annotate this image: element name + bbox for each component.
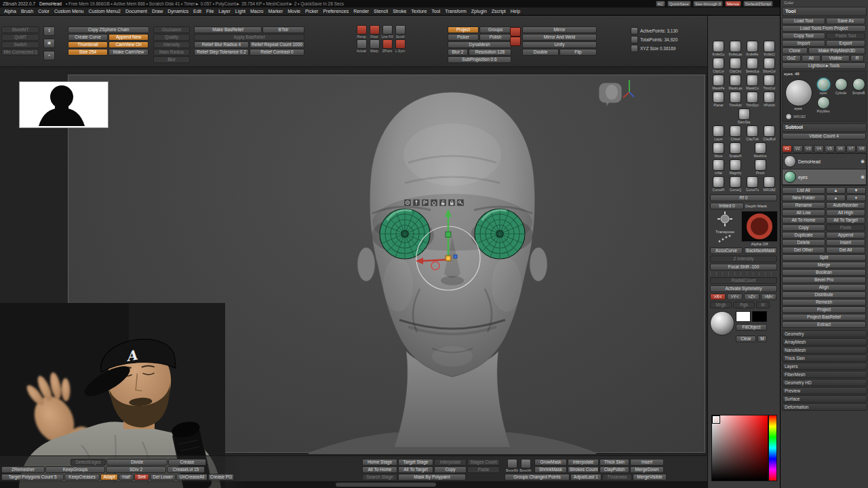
shelf-button[interactable]: StoreMT <box>1 26 39 33</box>
brush-icon-cell[interactable]: Inflat <box>710 159 727 175</box>
focal-shift-slider[interactable]: Focal Shift -100 <box>710 264 777 270</box>
menu-item[interactable]: File <box>206 9 214 14</box>
color-palette-header[interactable]: Color <box>782 1 867 7</box>
transpose-gizmo[interactable] <box>377 194 519 302</box>
bottom-button[interactable]: Crease <box>168 459 206 466</box>
activate-symmetry-button[interactable]: Activate Symmetry <box>710 285 777 292</box>
subtool-version-tab[interactable]: V3 <box>804 145 814 152</box>
symmetry-axis-button[interactable]: >Y< <box>727 293 743 300</box>
bottom-button[interactable]: Copy <box>434 466 467 473</box>
main-color-swatch[interactable] <box>736 311 751 322</box>
shelf-button[interactable]: Flip <box>559 49 597 56</box>
menu-item[interactable]: Help <box>511 9 520 14</box>
shelf-toggle-icon[interactable]: Persp <box>355 25 368 39</box>
hue-bar[interactable] <box>768 415 777 481</box>
paint-mode-button[interactable]: Rgb <box>733 302 755 308</box>
symmetry-axis-button[interactable]: >M< <box>761 293 776 300</box>
subtool-button[interactable]: ▼ <box>846 187 866 194</box>
subtool-button[interactable]: List All <box>782 187 825 194</box>
shelf-button[interactable]: Groups <box>479 26 511 33</box>
bottom-button[interactable]: Target Polygons Count 5 <box>1 474 64 481</box>
subtool-button[interactable]: Del All <box>826 247 865 253</box>
tool-button[interactable]: All <box>802 55 821 62</box>
tool-button[interactable]: Export <box>826 40 865 47</box>
menu-item[interactable]: Custom Menu <box>54 9 84 14</box>
current-tool-thumbnail[interactable] <box>785 79 812 106</box>
subtool-button[interactable]: Boolean <box>782 269 866 276</box>
tool-palette-header[interactable]: Tool <box>782 7 867 16</box>
bottom-button[interactable]: Del Lower <box>150 474 176 481</box>
titlebar-button[interactable]: QuickSave <box>667 1 691 7</box>
menu-item[interactable]: Picker <box>305 9 318 14</box>
tool-button[interactable]: Load Tools From Project <box>782 25 866 32</box>
menu-item[interactable]: Dynamics <box>167 9 189 14</box>
shelf-toggle-icon[interactable]: Floor <box>368 25 380 39</box>
shelf-button[interactable]: Thumbnail <box>68 41 108 48</box>
menu-item[interactable]: Draw <box>152 9 163 14</box>
dots-stroke-icon[interactable] <box>717 234 732 243</box>
subtool-header[interactable]: Subtool <box>782 123 867 132</box>
bottom-button[interactable]: Half <box>119 474 134 481</box>
shelf-button[interactable]: SubProjection 0.6 <box>448 56 511 63</box>
tool-button[interactable]: Import <box>782 40 825 47</box>
zoom-icon[interactable]: + <box>43 51 55 60</box>
rf-slider[interactable]: Rf 0 <box>710 195 777 201</box>
bevel-icon[interactable]: BevelAr <box>519 459 532 472</box>
subtool-button[interactable]: All High <box>826 209 865 216</box>
points-icon[interactable] <box>631 27 638 35</box>
tool-button[interactable]: Lightbox►Tools <box>782 62 866 69</box>
tool-subpalette-header[interactable]: Deformation <box>782 403 867 411</box>
subtool-button[interactable]: Project <box>782 306 866 313</box>
shelf-button[interactable]: Size 254 <box>68 49 108 56</box>
mirror-icon[interactable] <box>510 37 521 46</box>
tool-button[interactable]: Make PolyMesh3D <box>808 47 865 54</box>
subtool-button[interactable]: Bevel Pro <box>782 277 866 283</box>
subtool-button[interactable]: Split <box>782 254 866 261</box>
shelf-toggle-icon[interactable]: Scroll <box>394 25 406 39</box>
shelf-button[interactable]: Copy ZSphere Chain <box>68 26 149 33</box>
tool-thumbnail[interactable]: PolyMes <box>815 96 831 113</box>
brush-icon-cell[interactable]: KnifeRe <box>744 41 761 56</box>
brush-icon-cell[interactable]: Chisel <box>727 125 744 141</box>
brush-icon-cell[interactable]: Magnify <box>727 159 744 175</box>
shelf-toggle-icon[interactable]: ZPoint <box>381 39 393 53</box>
subtool-button[interactable]: Copy <box>782 224 825 231</box>
shelf-button[interactable]: CamView On <box>108 41 149 48</box>
subtool-button[interactable]: Duplicate <box>782 232 825 239</box>
subtool-button[interactable]: Append <box>826 232 865 239</box>
brush-icon-cell[interactable]: SnakeH <box>727 142 744 158</box>
z-intensity-slider[interactable]: Z Intensity <box>710 256 777 262</box>
subtool-version-tab[interactable]: V5 <box>825 145 835 152</box>
bottom-button[interactable]: KeepGroups <box>45 466 105 473</box>
secondary-color-swatch[interactable] <box>752 311 767 322</box>
bottom-button[interactable]: Strokes Count <box>568 466 599 473</box>
bottom-button[interactable]: Insert <box>630 459 664 466</box>
tool-subpalette-header[interactable]: Surface <box>782 395 867 403</box>
shelf-button[interactable]: Switch <box>1 41 39 48</box>
bottom-button[interactable]: All To Target <box>398 466 433 473</box>
bottom-button[interactable]: Home Stage <box>362 459 397 466</box>
subtool-button[interactable]: Extract <box>782 321 866 328</box>
bottom-button[interactable]: Interpolate <box>434 459 467 466</box>
tool-button[interactable]: Load Tool <box>782 18 825 24</box>
shelf-button[interactable]: Project <box>448 26 479 33</box>
menu-item[interactable]: Document <box>125 9 147 14</box>
points-icon[interactable] <box>631 36 638 43</box>
menu-item[interactable]: Macro <box>250 9 263 14</box>
subtool-version-tab[interactable]: V4 <box>814 145 824 152</box>
shelf-button[interactable]: Append New <box>108 34 149 41</box>
menu-item[interactable]: Zscript <box>492 9 506 14</box>
bottom-button[interactable]: Divide <box>106 459 167 466</box>
subtool-row-selected[interactable]: eyes ◉ <box>783 169 866 185</box>
shelf-button[interactable]: QuMT <box>1 34 39 41</box>
shelf-button[interactable]: Min Connected 1 <box>1 49 39 56</box>
shelf-toggle-icon[interactable]: Line Fill <box>381 25 393 39</box>
tool-subpalette-header[interactable]: Geometry <box>782 330 867 338</box>
brush-icon-cell[interactable]: KnifeLas <box>727 41 744 56</box>
bottom-button[interactable]: MergeDown <box>630 466 664 473</box>
brush-icon-cell[interactable]: CurveQ <box>727 176 744 192</box>
bottom-button[interactable]: ClayPolish <box>599 466 629 473</box>
menu-item[interactable]: Texture <box>411 9 427 14</box>
subtool-version-tab[interactable]: V8 <box>856 145 867 152</box>
bottom-button[interactable]: Smt <box>134 474 149 481</box>
